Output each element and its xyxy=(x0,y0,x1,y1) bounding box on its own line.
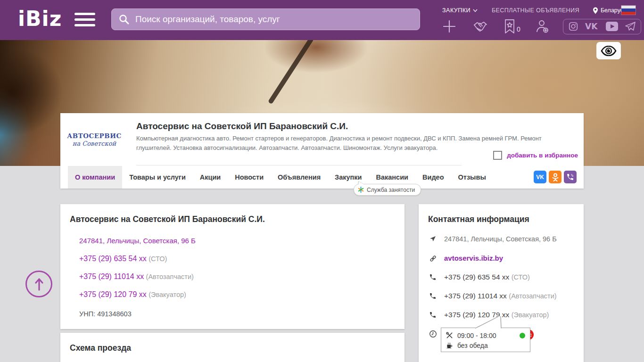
free-ads-link[interactable]: БЕСПЛАТНЫЕ ОБЪЯВЛЕНИЯ xyxy=(492,7,579,14)
site-logo[interactable]: iBiz xyxy=(18,7,62,31)
phone-icon xyxy=(428,292,438,300)
top-header: iBiz ЗАКУПКИ БЕСПЛАТНЫЕ ОБЪЯВЛЕНИЯ xyxy=(0,0,644,40)
scroll-to-top-button[interactable] xyxy=(25,271,52,297)
svg-text:VK: VK xyxy=(585,22,598,31)
unp-number: УНП: 491348603 xyxy=(79,310,395,318)
website-link[interactable]: avtoservis.ibiz.by xyxy=(444,254,503,262)
hours-value: 09:00 - 18:00 xyxy=(457,332,496,339)
contact-phone-row: +375 (29) 11014 xx (Автозапчасти) xyxy=(428,292,574,300)
phone-link[interactable]: +375 (29) 11014 xx xyxy=(79,272,144,280)
tab-promotions[interactable]: Акции xyxy=(193,166,228,189)
telegram-icon[interactable] xyxy=(625,21,636,32)
tab-ads[interactable]: Объявления xyxy=(271,166,328,189)
nav-arrow-icon xyxy=(428,235,438,243)
contact-title: Контактная информация xyxy=(428,214,574,224)
visually-impaired-toggle[interactable] xyxy=(596,42,621,59)
language-flag-icon[interactable] xyxy=(621,6,636,15)
phone-row: +375 (29) 635 54 xx (СТО) xyxy=(79,255,395,263)
tooltip-label: Служба занятости xyxy=(367,187,415,193)
search-bar[interactable] xyxy=(111,8,420,30)
phone-row: +375 (29) 120 79 xx (Эвакуатор) xyxy=(79,290,395,299)
vk-icon[interactable]: VK xyxy=(534,171,546,183)
zakupki-label: ЗАКУПКИ xyxy=(442,7,471,14)
phone-link[interactable]: +375 (29) 120 79 xx xyxy=(79,290,147,298)
address-link[interactable]: 247841, Лельчицы, Советская, 96 Б xyxy=(79,237,196,245)
search-icon xyxy=(118,14,130,25)
link-icon xyxy=(428,255,438,263)
employment-service-icon xyxy=(358,187,364,193)
favorite-checkbox[interactable] xyxy=(493,151,502,160)
company-tabs: О компании Товары и услуги Акции Новости… xyxy=(68,166,493,189)
phone-label: (Эвакуатор) xyxy=(149,291,186,298)
contact-phone-row: +375 (29) 635 54 xx (СТО) xyxy=(428,273,574,281)
lunch-row: без обеда xyxy=(446,340,525,350)
company-logo-line2: на Советской xyxy=(73,140,116,147)
company-social-links: VK xyxy=(534,171,577,183)
coffee-cup-icon xyxy=(446,342,453,349)
contact-address-row: 247841, Лельчицы, Советская, 96 Б xyxy=(428,235,574,244)
company-logo: АВТОСЕРВИС на Советской xyxy=(71,118,118,161)
tab-news[interactable]: Новости xyxy=(228,166,271,189)
header-social-links: VK xyxy=(563,19,641,34)
map-title: Схема проезда xyxy=(70,343,395,353)
eye-icon xyxy=(601,46,617,56)
open-now-dot xyxy=(520,333,525,338)
phone-label: (СТО) xyxy=(149,255,167,263)
favorite-label: добавить в избранное xyxy=(507,152,578,159)
viber-icon[interactable] xyxy=(564,171,577,183)
about-card: Автосервис на Советской ИП Барановский С… xyxy=(60,204,405,329)
hours-row: 09:00 - 18:00 xyxy=(446,330,525,340)
employment-service-tooltip: Служба занятости xyxy=(354,184,421,196)
zakupki-dropdown[interactable]: ЗАКУПКИ xyxy=(442,7,478,14)
contact-website-row: avtoservis.ibiz.by xyxy=(428,254,574,263)
contact-info-card: Контактная информация 247841, Лельчицы, … xyxy=(419,204,584,362)
clock-icon xyxy=(428,330,438,338)
add-to-favorites[interactable]: добавить в избранное xyxy=(493,151,578,160)
bookmarks-count: 0 xyxy=(517,25,520,33)
odnoklassniki-icon[interactable] xyxy=(549,171,561,183)
popup-tail xyxy=(470,316,505,329)
map-card: Схема проезда xyxy=(60,333,405,362)
phone-icon xyxy=(428,273,438,281)
chevron-down-icon xyxy=(473,9,478,12)
vk-icon[interactable]: VK xyxy=(585,22,599,31)
company-title: Автосервис на Советской ИП Барановский С… xyxy=(136,121,348,132)
tab-about[interactable]: О компании xyxy=(68,166,122,189)
tools-icon xyxy=(446,332,453,339)
page: iBiz ЗАКУПКИ БЕСПЛАТНЫЕ ОБЪЯВЛЕНИЯ xyxy=(0,0,644,362)
add-company-icon[interactable] xyxy=(442,19,456,33)
contact-address: 247841, Лельчицы, Советская, 96 Б xyxy=(444,235,557,244)
tab-reviews[interactable]: Отзывы xyxy=(451,166,493,189)
phone-row: +375 (29) 11014 xx (Автозапчасти) xyxy=(79,272,395,281)
tab-video[interactable]: Видео xyxy=(415,166,451,189)
phone-label: (Автозапчасти) xyxy=(509,292,556,300)
header-icon-row: 0 VK xyxy=(442,17,640,36)
phone-label: (СТО) xyxy=(512,273,530,281)
tab-products[interactable]: Товары и услуги xyxy=(122,166,193,189)
about-title: Автосервис на Советской ИП Барановский С… xyxy=(70,214,395,224)
hero-hand xyxy=(264,40,368,73)
working-hours-popup: 09:00 - 18:00 без обеда xyxy=(441,328,530,352)
lunch-value: без обеда xyxy=(457,342,488,349)
phone-icon xyxy=(428,311,438,319)
header-links: ЗАКУПКИ БЕСПЛАТНЫЕ ОБЪЯВЛЕНИЯ Беларусь xyxy=(442,6,640,15)
location-pin-icon xyxy=(593,7,598,14)
search-input[interactable] xyxy=(135,14,413,25)
phone-link[interactable]: +375 (29) 635 54 xx xyxy=(79,255,147,263)
phone-label: (Автозапчасти) xyxy=(146,273,194,280)
instagram-icon[interactable] xyxy=(568,21,578,32)
menu-icon[interactable] xyxy=(74,13,95,28)
account-icon[interactable] xyxy=(535,19,550,34)
phone-label: (Эвакуатор) xyxy=(512,311,549,319)
phone-number[interactable]: +375 (29) 11014 xx xyxy=(444,292,507,300)
company-logo-line1: АВТОСЕРВИС xyxy=(67,132,121,140)
company-description: Компьютерная диагностика авто. Ремонт ст… xyxy=(136,134,558,152)
handshake-icon[interactable] xyxy=(472,19,488,33)
bookmarks-icon[interactable]: 0 xyxy=(504,19,520,34)
youtube-icon[interactable] xyxy=(606,22,618,31)
phone-number[interactable]: +375 (29) 635 54 xx xyxy=(444,273,509,281)
divider xyxy=(136,165,462,165)
company-header-card: АВТОСЕРВИС на Советской Автосервис на Со… xyxy=(60,113,584,189)
arrow-up-icon xyxy=(33,277,45,291)
